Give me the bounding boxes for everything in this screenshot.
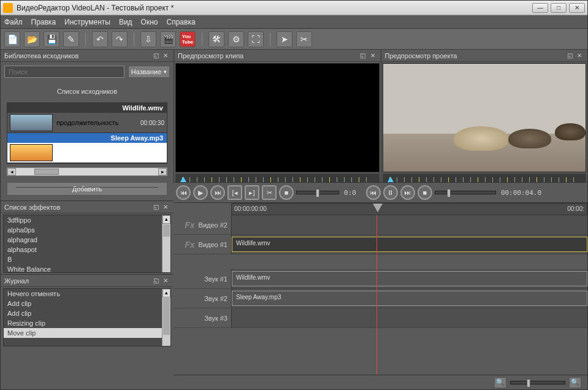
effect-item[interactable]: alphaspot: [4, 245, 170, 254]
maximize-button[interactable]: □: [551, 3, 567, 13]
menu-file[interactable]: Файл: [4, 18, 23, 26]
menubar: Файл Правка Инструменты Вид Окно Справка: [1, 15, 587, 29]
clip-audio-sleepaway[interactable]: Sleep Away.mp3: [232, 291, 587, 306]
project-preview-viewport[interactable]: [383, 63, 587, 172]
project-settings-icon[interactable]: ⚙: [228, 31, 244, 47]
scroll-left-icon[interactable]: ◂: [7, 168, 16, 175]
marker-icon[interactable]: [388, 177, 394, 182]
marker-icon[interactable]: [180, 177, 186, 182]
project-prev-button[interactable]: ⏮: [366, 185, 381, 200]
project-preview-undock-icon[interactable]: ◱: [565, 52, 574, 60]
track-lane[interactable]: Wildlife.wmv: [231, 235, 587, 254]
clip-preview-title: Предпросмотр клипа: [178, 52, 243, 59]
menu-tools[interactable]: Инструменты: [64, 18, 110, 26]
menu-view[interactable]: Вид: [119, 18, 132, 26]
clip-video-wildlife[interactable]: Wildlife.wmv: [232, 237, 587, 252]
split-button[interactable]: ✂: [262, 185, 277, 200]
cut-tool-icon[interactable]: ✂: [296, 31, 312, 47]
library-close-icon[interactable]: ✕: [161, 52, 170, 60]
track-lane[interactable]: [231, 308, 587, 327]
save-icon[interactable]: 💾: [44, 31, 59, 47]
clip-position-slider[interactable]: [296, 191, 339, 194]
project-preview-ruler[interactable]: [383, 174, 587, 182]
pointer-tool-icon[interactable]: ➤: [277, 31, 292, 47]
open-icon[interactable]: 📂: [24, 31, 40, 47]
project-preview-header: Предпросмотр проекта ◱ ✕: [381, 50, 588, 62]
menu-edit[interactable]: Правка: [31, 18, 56, 26]
youtube-icon[interactable]: YouTube: [180, 31, 196, 47]
clip-preview-header: Предпросмотр клипа ◱ ✕: [174, 50, 381, 62]
menu-window[interactable]: Окно: [141, 18, 158, 26]
zoom-out-button[interactable]: 🔍: [494, 377, 506, 388]
journal-close-icon[interactable]: ✕: [161, 277, 170, 285]
render-icon[interactable]: 🎬: [160, 31, 176, 47]
mark-in-button[interactable]: [◂: [227, 185, 242, 200]
journal-item[interactable]: Нечего отменять: [4, 289, 170, 299]
play-button[interactable]: ▶: [193, 185, 208, 200]
media-item-sleepaway[interactable]: Sleep Away.mp3: [7, 133, 167, 163]
media-item-title: Sleep Away.mp3: [7, 133, 167, 143]
effect-item[interactable]: alphagrad: [4, 235, 170, 245]
effects-scrollbar[interactable]: ▴: [162, 215, 170, 272]
zoom-in-button[interactable]: 🔍: [569, 377, 581, 388]
journal-item[interactable]: Add clip: [4, 308, 170, 318]
playhead-line[interactable]: [376, 215, 377, 375]
project-next-button[interactable]: ⏭: [400, 185, 415, 200]
fullscreen-icon[interactable]: ⛶: [248, 31, 264, 47]
effects-close-icon[interactable]: ✕: [161, 203, 170, 212]
zoom-slider[interactable]: [510, 381, 565, 384]
save-as-icon[interactable]: ✎: [63, 31, 79, 47]
sort-combo[interactable]: Название: [128, 66, 170, 78]
project-position-slider[interactable]: [435, 191, 496, 194]
project-preview-close-icon[interactable]: ✕: [575, 52, 584, 60]
media-item-wildlife[interactable]: Wildlife.wmv продолжительность 00:00:30: [7, 103, 167, 133]
effect-item[interactable]: alpha0ps: [4, 225, 170, 235]
track-lane[interactable]: [231, 215, 587, 234]
track-lane[interactable]: Wildlife.wmv: [231, 269, 587, 288]
project-timecode: 00:00:04.0: [501, 189, 541, 197]
journal-undock-icon[interactable]: ◱: [151, 277, 160, 285]
project-play-button[interactable]: ⏸: [383, 185, 398, 200]
menu-help[interactable]: Справка: [167, 18, 196, 26]
undo-icon[interactable]: ↶: [92, 31, 108, 47]
clip-audio-wildlife[interactable]: Wildlife.wmv: [232, 271, 587, 286]
track-lane[interactable]: Sleep Away.mp3: [231, 289, 587, 308]
journal-item[interactable]: Move clip: [4, 328, 170, 338]
effect-item[interactable]: White Balance: [4, 264, 170, 273]
minimize-button[interactable]: —: [532, 3, 548, 13]
journal-scrollbar[interactable]: ▴: [162, 289, 170, 346]
import-icon[interactable]: ⇩: [140, 31, 156, 47]
clip-preview-viewport[interactable]: [175, 63, 380, 172]
timeline-ruler[interactable]: 00:00:00:00 00:00:: [231, 203, 587, 215]
clip-preview-ruler[interactable]: [175, 174, 380, 182]
prev-frame-button[interactable]: ⏮: [176, 185, 191, 200]
new-project-icon[interactable]: 📄: [4, 31, 20, 47]
library-undock-icon[interactable]: ◱: [151, 52, 160, 60]
fx-icon[interactable]: Fx: [185, 240, 194, 250]
settings-icon[interactable]: 🛠: [208, 31, 224, 47]
track-audio-2: Звук #2 Sleep Away.mp3: [174, 289, 587, 308]
next-frame-button[interactable]: ⏭: [210, 185, 225, 200]
track-spacer: [174, 254, 587, 269]
journal-item[interactable]: Add clip: [4, 299, 170, 308]
project-stop-button[interactable]: ■: [418, 185, 432, 200]
fx-icon[interactable]: Fx: [185, 220, 194, 230]
app-icon: [3, 3, 13, 13]
redo-icon[interactable]: ↷: [112, 31, 128, 47]
journal-item[interactable]: Resizing clip: [4, 318, 170, 328]
window-title: ВидеоРедактор VideoLAN - Тестовый проект…: [17, 4, 532, 12]
search-input[interactable]: [4, 66, 124, 78]
playhead-icon[interactable]: [373, 204, 383, 212]
stop-button[interactable]: ■: [279, 185, 294, 200]
clip-preview-close-icon[interactable]: ✕: [368, 52, 377, 60]
scroll-up-icon[interactable]: ▴: [162, 289, 170, 297]
effect-item[interactable]: 3dflippo: [4, 215, 170, 225]
scroll-right-icon[interactable]: ▸: [158, 168, 167, 175]
close-button[interactable]: ✕: [569, 3, 585, 13]
effect-item[interactable]: B: [4, 254, 170, 264]
clip-preview-undock-icon[interactable]: ◱: [359, 52, 367, 60]
media-scrollbar[interactable]: ◂ ▸: [7, 167, 167, 176]
scroll-up-icon[interactable]: ▴: [162, 215, 170, 224]
mark-out-button[interactable]: ▸]: [245, 185, 259, 200]
effects-undock-icon[interactable]: ◱: [151, 203, 160, 212]
